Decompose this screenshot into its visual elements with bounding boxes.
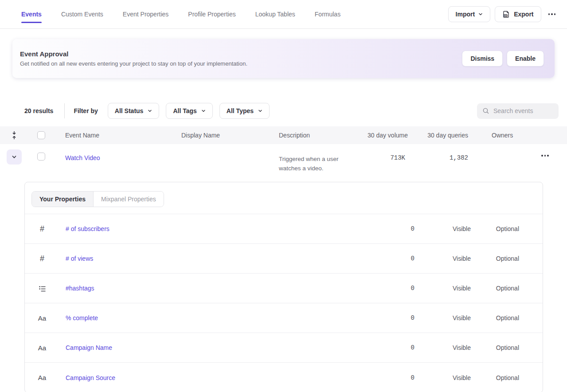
- property-row: #hashtags 0 Visible Optional: [25, 274, 543, 303]
- property-row: Aa Campaign Source 0 Visible Optional: [25, 363, 543, 392]
- property-count: 0: [351, 344, 418, 351]
- property-row: # # of views 0 Visible Optional: [25, 244, 543, 274]
- chevron-down-icon: [201, 109, 206, 113]
- properties-tabs: Your Properties Mixpanel Properties: [31, 191, 164, 207]
- banner-description: Get notified on all new events entering …: [20, 60, 247, 67]
- filter-by-label: Filter by: [74, 107, 98, 114]
- search-icon: [482, 107, 489, 114]
- divider: [64, 103, 65, 118]
- event-approval-banner: Event Approval Get notified on all new e…: [12, 39, 555, 78]
- text-type-icon: Aa: [37, 372, 47, 383]
- csv-file-icon: csv: [502, 10, 510, 18]
- chevron-down-icon: [258, 109, 262, 113]
- tab-event-properties[interactable]: Event Properties: [123, 0, 169, 28]
- tab-formulas[interactable]: Formulas: [315, 0, 340, 28]
- text-type-icon: Aa: [37, 313, 47, 323]
- property-count: 0: [351, 374, 418, 381]
- property-name-link[interactable]: #hashtags: [55, 285, 351, 292]
- column-header-description: Description: [268, 132, 352, 139]
- property-requirement[interactable]: Optional: [476, 314, 532, 321]
- property-count: 0: [351, 285, 418, 292]
- event-volume: 713K: [352, 144, 408, 161]
- tab-custom-events[interactable]: Custom Events: [61, 0, 103, 28]
- property-name-link[interactable]: # of subscribers: [55, 225, 351, 232]
- property-visibility[interactable]: Visible: [418, 374, 476, 381]
- property-visibility[interactable]: Visible: [418, 314, 476, 321]
- search-events-box[interactable]: [477, 103, 559, 119]
- tab-lookup-tables[interactable]: Lookup Tables: [255, 0, 295, 28]
- column-header-volume: 30 day volume: [352, 132, 408, 139]
- banner-title: Event Approval: [20, 50, 247, 58]
- svg-text:csv: csv: [504, 15, 507, 17]
- property-name-link[interactable]: % complete: [55, 314, 351, 321]
- property-row: Aa Campaign Name 0 Visible Optional: [25, 333, 543, 363]
- property-visibility[interactable]: Visible: [418, 344, 476, 351]
- number-type-icon: #: [37, 223, 47, 234]
- collapse-row-chevron-icon[interactable]: [7, 149, 22, 165]
- tab-events[interactable]: Events: [21, 0, 42, 28]
- event-table-row: Watch Video Triggered when a user watche…: [0, 144, 567, 182]
- row-checkbox[interactable]: [37, 153, 45, 161]
- property-requirement[interactable]: Optional: [476, 344, 532, 351]
- types-filter-dropdown[interactable]: All Types: [219, 103, 270, 119]
- event-description: Triggered when a user watches a video.: [268, 144, 352, 173]
- property-row: # # of subscribers 0 Visible Optional: [25, 214, 543, 244]
- chevron-down-icon: [478, 12, 483, 16]
- property-visibility[interactable]: Visible: [418, 285, 476, 292]
- dismiss-button[interactable]: Dismiss: [462, 51, 503, 67]
- property-count: 0: [351, 255, 418, 262]
- search-events-input[interactable]: [493, 107, 553, 114]
- tags-filter-dropdown[interactable]: All Tags: [166, 103, 212, 119]
- collapse-all-icon[interactable]: [8, 129, 21, 142]
- export-button[interactable]: csv Export: [495, 6, 541, 22]
- property-row: Aa % complete 0 Visible Optional: [25, 303, 543, 333]
- column-header-display-name: Display Name: [171, 132, 268, 139]
- types-filter-label: All Types: [227, 107, 254, 114]
- event-name-link[interactable]: Watch Video: [55, 144, 171, 161]
- status-filter-label: All Status: [115, 107, 144, 114]
- enable-button[interactable]: Enable: [507, 51, 544, 67]
- chevron-down-icon: [148, 109, 152, 113]
- events-table-header: Event Name Display Name Description 30 d…: [0, 126, 567, 144]
- property-requirement[interactable]: Optional: [476, 285, 532, 292]
- status-filter-dropdown[interactable]: All Status: [108, 103, 160, 119]
- tab-mixpanel-properties[interactable]: Mixpanel Properties: [94, 192, 164, 207]
- tab-profile-properties[interactable]: Profile Properties: [188, 0, 235, 28]
- tags-filter-label: All Tags: [173, 107, 196, 114]
- property-name-link[interactable]: Campaign Source: [55, 374, 351, 381]
- column-header-event-name: Event Name: [55, 132, 171, 139]
- export-button-label: Export: [514, 11, 533, 18]
- property-name-link[interactable]: # of views: [55, 255, 351, 262]
- top-navigation: Events Custom Events Event Properties Pr…: [0, 0, 567, 29]
- number-type-icon: #: [37, 253, 47, 264]
- select-all-checkbox[interactable]: [37, 131, 45, 139]
- nav-tabs: Events Custom Events Event Properties Pr…: [21, 0, 340, 28]
- row-more-menu-icon[interactable]: [539, 151, 551, 160]
- tab-your-properties[interactable]: Your Properties: [32, 192, 94, 207]
- import-button-label: Import: [456, 11, 475, 18]
- event-queries: 1,382: [408, 144, 470, 161]
- text-type-icon: Aa: [37, 342, 47, 353]
- property-visibility[interactable]: Visible: [418, 255, 476, 262]
- filter-bar: 20 results Filter by All Status All Tags…: [0, 103, 567, 119]
- property-requirement[interactable]: Optional: [476, 255, 532, 262]
- import-button[interactable]: Import: [448, 6, 491, 22]
- column-header-queries: 30 day queries: [408, 132, 470, 139]
- column-header-owners: Owners: [470, 132, 523, 139]
- property-requirement[interactable]: Optional: [476, 225, 532, 232]
- results-count: 20 results: [24, 107, 53, 114]
- property-count: 0: [351, 225, 418, 232]
- property-requirement[interactable]: Optional: [476, 374, 532, 381]
- list-type-icon: [37, 283, 47, 294]
- more-menu-icon[interactable]: [546, 10, 559, 19]
- properties-panel: Your Properties Mixpanel Properties # # …: [24, 182, 543, 392]
- property-name-link[interactable]: Campaign Name: [55, 344, 351, 351]
- property-count: 0: [351, 314, 418, 321]
- property-visibility[interactable]: Visible: [418, 225, 476, 232]
